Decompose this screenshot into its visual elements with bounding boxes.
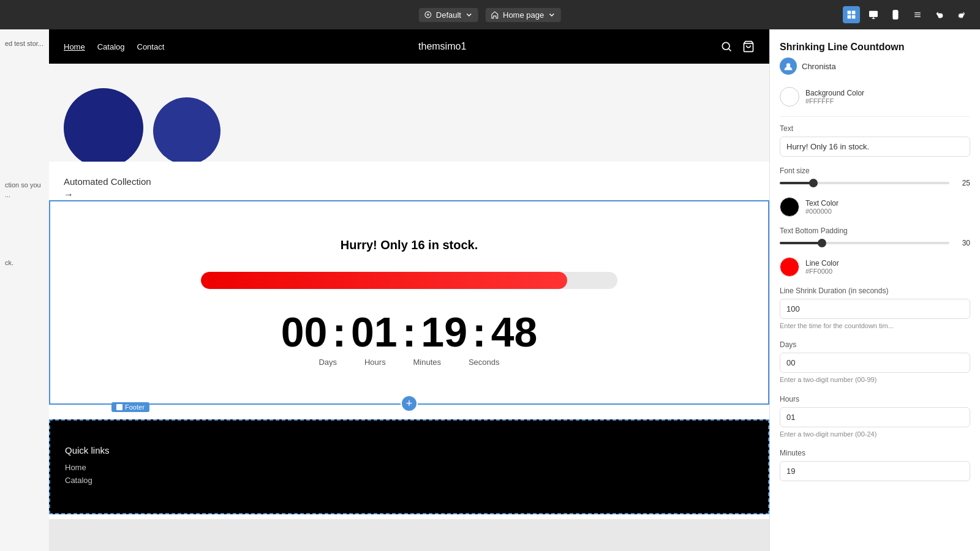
left-strip: ed test stor... ction so you ... ck. [0,29,49,551]
default-label: Default [436,10,461,20]
svg-rect-5 [870,11,878,17]
countdown-section[interactable]: Hurry! Only 16 in stock. 00 : 01 : 19 : … [49,200,769,405]
store-nav-links: Home Catalog Contact [64,42,164,51]
svg-rect-1 [848,11,851,15]
text-color-label: Text Color [805,199,839,208]
line-color-label: Line Color [805,259,839,268]
left-strip-text-2: ction so you ... [0,176,49,204]
svg-point-11 [786,63,790,67]
nav-link-catalog[interactable]: Catalog [97,42,125,51]
svg-point-8 [722,42,729,50]
timer-minutes: 19 [421,311,467,353]
shrink-duration-label: Line Shrink Duration (in seconds) [780,287,970,295]
product-images-row [49,64,769,162]
font-size-track[interactable] [780,182,949,184]
line-color-hex: #FF0000 [805,268,839,275]
hours-row: Hours Enter a two-digit number (00-24) [780,395,970,439]
footer-quick-links-title: Quick links [65,445,753,455]
font-size-label: Font size [780,167,970,175]
text-color-info: Text Color #000000 [805,199,839,215]
default-dropdown[interactable]: Default [419,8,478,22]
hours-help: Enter a two-digit number (00-24) [780,430,970,439]
svg-point-7 [895,17,896,18]
main-area: ed test stor... ction so you ... ck. Hom… [0,29,980,551]
author-name: Chronista [802,62,836,71]
timer-hours: 01 [351,311,398,353]
background-color-swatch[interactable] [780,87,799,107]
automated-collection: Automated Collection → [49,162,769,200]
store-preview: Home Catalog Contact themsimo1 Automated… [49,29,769,519]
toolbar-center: Default Home page [419,8,561,22]
hours-label: Hours [780,395,970,403]
timer-colon-2: : [402,311,417,353]
timer-colon-1: : [332,311,346,353]
product-circle-2 [153,97,221,162]
timer-label-days: Days [318,358,337,367]
background-color-label: Background Color [805,89,864,97]
svg-rect-3 [848,15,851,19]
minutes-input[interactable] [780,461,970,481]
undo-button[interactable] [931,6,948,23]
line-color-swatch[interactable] [780,257,799,277]
progress-bar-fill [201,272,567,289]
padding-slider-row: 30 [780,239,970,247]
footer-link-home[interactable]: Home [65,463,753,472]
days-help: Enter a two-digit number (00-99) [780,375,970,384]
days-input[interactable] [780,353,970,373]
background-color-info: Background Color #FFFFFF [805,89,864,105]
mobile-view-button[interactable] [887,6,904,23]
canvas-area: Home Catalog Contact themsimo1 Automated… [49,29,769,551]
left-strip-text-1: ed test stor... [0,34,49,53]
automated-collection-left: Automated Collection → [64,176,151,200]
timer-colon-3: : [472,311,486,353]
divider-1 [780,116,970,117]
font-size-value: 25 [956,179,970,187]
shrink-duration-input[interactable] [780,299,970,319]
nav-link-home[interactable]: Home [64,42,85,51]
minutes-label: Minutes [780,449,970,457]
footer-badge[interactable]: Footer [111,402,149,412]
minutes-row: Minutes [780,449,970,481]
countdown-title: Hurry! Only 16 in stock. [341,238,478,252]
padding-value: 30 [956,239,970,247]
desktop-view-button[interactable] [865,6,882,23]
days-row: Days Enter a two-digit number (00-99) [780,340,970,384]
grid-view-button[interactable] [843,6,860,23]
footer-link-catalog[interactable]: Catalog [65,476,753,485]
hours-input[interactable] [780,407,970,427]
homepage-label: Home page [503,10,544,20]
add-section-button[interactable]: + [401,395,418,412]
redo-button[interactable] [953,6,970,23]
svg-rect-10 [116,404,123,410]
padding-label: Text Bottom Padding [780,227,970,235]
cart-icon[interactable] [742,40,755,53]
line-color-row: Line Color #FF0000 [780,257,970,277]
more-button[interactable] [909,6,926,23]
footer-badge-label: Footer [125,403,145,411]
timer-days: 00 [281,311,328,353]
svg-rect-4 [852,15,856,19]
progress-bar-container [201,272,617,289]
background-color-hex: #FFFFFF [805,97,864,105]
product-circle-1 [64,88,143,162]
text-input-field[interactable] [780,137,970,157]
text-color-swatch[interactable] [780,197,799,217]
timer-label-hours: Hours [364,358,386,367]
timer-label-minutes: Minutes [413,358,442,367]
toolbar-right [843,6,970,23]
ac-arrow: → [64,189,151,200]
homepage-dropdown[interactable]: Home page [486,8,561,22]
background-color-row: Background Color #FFFFFF [780,87,970,107]
padding-track[interactable] [780,242,949,244]
text-setting-label: Text [780,124,970,133]
store-footer: Quick links Home Catalog [49,419,769,514]
days-label: Days [780,340,970,349]
search-icon[interactable] [720,40,733,53]
author-avatar [780,58,797,75]
right-panel: Shrinking Line Countdown Chronista Backg… [769,29,980,551]
ac-title: Automated Collection [64,176,151,187]
line-color-info: Line Color #FF0000 [805,259,839,275]
text-setting-row: Text [780,124,970,157]
nav-link-contact[interactable]: Contact [137,42,165,51]
store-brand: themsimo1 [418,41,466,52]
